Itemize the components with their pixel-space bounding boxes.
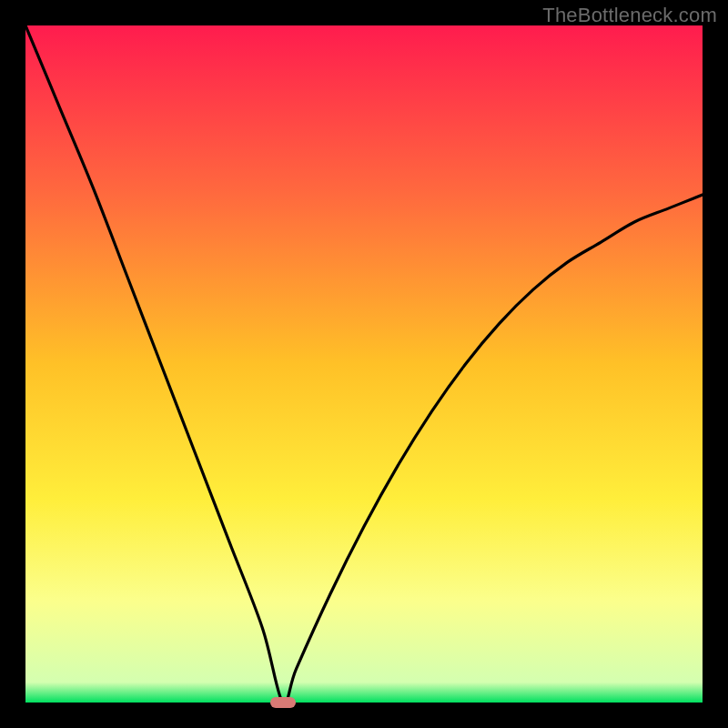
watermark-text: TheBottleneck.com: [542, 4, 717, 27]
plot-area: [25, 25, 703, 703]
bottleneck-curve: [25, 25, 703, 703]
minimum-marker: [270, 697, 296, 708]
chart-frame: TheBottleneck.com: [0, 0, 728, 728]
